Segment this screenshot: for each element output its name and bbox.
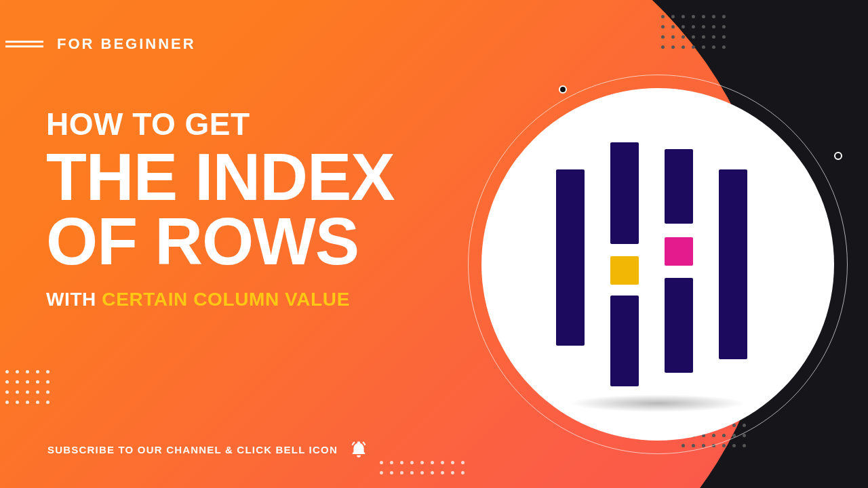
logo-bar <box>665 278 693 373</box>
audience-tag: FOR BEGINNER <box>57 35 196 53</box>
logo-bar <box>719 169 747 359</box>
cta-text: SUBSCRIBE TO OUR CHANNEL & CLICK BELL IC… <box>47 444 338 455</box>
logo-shadow <box>570 394 746 412</box>
orbit-dot <box>834 152 842 160</box>
bell-icon <box>347 438 370 461</box>
title-line-3: OF ROWS <box>46 209 395 274</box>
header: FOR BEGINNER <box>5 35 196 53</box>
thumbnail-stage: FOR BEGINNER HOW TO GET THE INDEX OF ROW… <box>0 0 868 488</box>
title-block: HOW TO GET THE INDEX OF ROWS WITH CERTAI… <box>46 108 395 310</box>
dot-grid <box>661 15 726 49</box>
logo-square-yellow <box>610 256 639 285</box>
white-circle <box>481 88 834 441</box>
logo-square-pink <box>665 237 693 266</box>
logo-bar <box>556 169 585 346</box>
logo-bar <box>610 296 639 386</box>
subtitle: WITH CERTAIN COLUMN VALUE <box>46 289 395 310</box>
subscribe-cta: SUBSCRIBE TO OUR CHANNEL & CLICK BELL IC… <box>47 438 370 461</box>
pandas-bar-logo <box>556 142 760 386</box>
dot-grid <box>380 461 465 474</box>
subtitle-prefix: WITH <box>46 289 102 310</box>
title-line-2: THE INDEX <box>46 145 395 209</box>
dot-grid <box>5 370 50 404</box>
orbit-dot <box>559 85 567 94</box>
logo-bar <box>665 149 693 224</box>
title-line-1: HOW TO GET <box>46 108 395 140</box>
header-rule <box>5 41 43 47</box>
logo-medallion <box>475 81 841 447</box>
logo-bar <box>610 142 639 244</box>
subtitle-highlight: CERTAIN COLUMN VALUE <box>102 289 350 310</box>
